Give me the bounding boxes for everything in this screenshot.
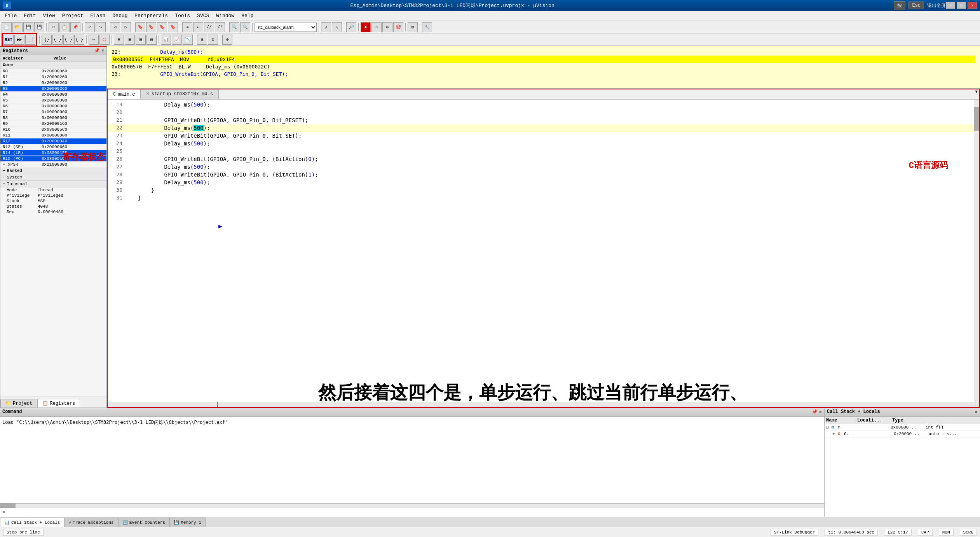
scope-btn[interactable]: 📈 [172, 35, 182, 45]
reg-r11[interactable]: R11 0x00000000 [0, 133, 106, 138]
stop-circle-button[interactable]: ○ [371, 22, 382, 32]
code-content[interactable]: ▶ 19 Delay_ms(500); 20 21 GPIO_WriteBit(… [108, 100, 979, 407]
tab-main-c[interactable]: C main.c [108, 89, 141, 99]
reg-r1[interactable]: R1 0x20000260 [0, 74, 106, 80]
reg-r3[interactable]: R3 0x20000260 [0, 86, 106, 92]
restore-button[interactable]: □ [957, 2, 966, 9]
open-button[interactable]: 📂 [12, 22, 23, 32]
menu-tools[interactable]: Tools [172, 12, 193, 19]
esc-button[interactable]: Esc [909, 2, 924, 9]
run-button[interactable]: ● [361, 22, 371, 32]
code-hscrollbar[interactable] [108, 402, 974, 407]
find-button[interactable]: 🔍 [229, 22, 239, 32]
nav-fwd-button[interactable]: ▷ [121, 22, 131, 32]
step-out-button[interactable]: { } [63, 35, 73, 45]
command-pin-icon[interactable]: 📌 [812, 409, 818, 416]
reg-r9[interactable]: R9 0x20000160 [0, 121, 106, 127]
unindent-button[interactable]: ⇤ [193, 22, 203, 32]
reg-r2[interactable]: R2 0x20000260 [0, 80, 106, 86]
menu-edit[interactable]: Edit [21, 12, 39, 19]
tab-memory-1[interactable]: 💾 Memory 1 [169, 518, 206, 527]
reset-button[interactable]: RST [3, 35, 14, 45]
run-to-cursor-button[interactable]: { } [74, 35, 84, 45]
code-vscrollbar[interactable] [974, 100, 979, 407]
registers-pin-icon[interactable]: 📌 [94, 48, 100, 54]
copy-button[interactable]: 📋 [59, 22, 70, 32]
tab-project[interactable]: 📁 Project [0, 399, 37, 408]
cs-row-m[interactable]: □ m m 0x08000... int f() [825, 424, 980, 431]
indent-button[interactable]: ⇥ [182, 22, 192, 32]
cs-expand-g[interactable]: + [832, 432, 838, 436]
tools-button[interactable]: 🔧 [422, 22, 432, 32]
view-btn-2[interactable]: ⊞ [125, 35, 135, 45]
tab-registers[interactable]: 📋 Registers [37, 399, 80, 408]
reg-r13[interactable]: R13 (SP) 0x20000660 [0, 144, 106, 150]
mem-view-btn[interactable]: 📊 [161, 35, 171, 45]
run-full-button[interactable]: ▶▶ [14, 35, 24, 45]
tab-event-counters[interactable]: 🔢 Event Counters [118, 518, 169, 527]
menu-debug[interactable]: Debug [109, 12, 131, 19]
window-btn-1[interactable]: ⊞ [408, 22, 418, 32]
breakpoint-button[interactable]: ⬡ [99, 35, 110, 45]
callstack-close-icon[interactable]: ✕ [975, 409, 978, 416]
stop-debug-button[interactable]: ⬜ [25, 35, 35, 45]
code-vscrollbar-thumb[interactable] [974, 107, 980, 131]
reg-r12[interactable]: R12 0x20000040 [0, 138, 106, 144]
scope-btn-2[interactable]: 📉 [183, 35, 193, 45]
reg-r10[interactable]: R10 0x080005C0 [0, 127, 106, 133]
function-dropdown[interactable]: rtc_callback_alarm [255, 23, 317, 32]
debug-circle-button[interactable]: ⊙ [382, 22, 392, 32]
menu-window[interactable]: Window [213, 12, 237, 19]
find-prev-button[interactable]: 🔍 [240, 22, 250, 32]
reg-r6[interactable]: R6 0x00000000 [0, 103, 106, 109]
menu-flash[interactable]: Flash [87, 12, 108, 19]
command-hscrollbar[interactable] [0, 503, 824, 508]
internal-section-header[interactable]: − Internal [0, 181, 106, 187]
bookmark-prev-button[interactable]: 🔖 [146, 22, 156, 32]
code-area-more[interactable]: ▼ [973, 89, 979, 99]
reg-r4[interactable]: R4 0x00000000 [0, 92, 106, 98]
next-loc-button[interactable]: ↘ [332, 22, 342, 32]
cs-row-g[interactable]: + G G. 0x20000... auto - s... [825, 431, 980, 437]
redo-button[interactable]: ↪ [96, 22, 106, 32]
step-over-button[interactable]: { } [52, 35, 63, 45]
bookmark-next-button[interactable]: 🔖 [157, 22, 167, 32]
save-all-button[interactable]: 💾 [34, 22, 44, 32]
registers-close-icon[interactable]: ✕ [101, 48, 104, 54]
view-btn-3[interactable]: ⊟ [136, 35, 146, 45]
close-button[interactable]: ✕ [968, 2, 977, 9]
settings-btn[interactable]: ⚙ [222, 35, 232, 45]
menu-file[interactable]: File [2, 12, 20, 19]
reg-r5[interactable]: R5 0x20000000 [0, 98, 106, 103]
save-button[interactable]: 💾 [23, 22, 33, 32]
menu-view[interactable]: View [40, 12, 58, 19]
extra-btn-1[interactable]: ⊞ [197, 35, 207, 45]
reg-r7[interactable]: R7 0x00000000 [0, 109, 106, 115]
menu-svcs[interactable]: SVCS [194, 12, 212, 19]
reg-r0[interactable]: R0 0x20000060 [0, 68, 106, 74]
tab-trace-exceptions[interactable]: ⚡ Trace Exceptions [64, 518, 118, 527]
cut-button[interactable]: ✂ [49, 22, 59, 32]
extra-btn-2[interactable]: ⊡ [208, 35, 218, 45]
banked-section[interactable]: + Banked [0, 168, 106, 174]
command-input[interactable] [7, 509, 823, 516]
exit-fullscreen[interactable]: 退出全屏 [927, 2, 946, 9]
menu-help[interactable]: Help [238, 12, 256, 19]
command-close-icon[interactable]: ✕ [819, 409, 822, 416]
paste-button[interactable]: 📌 [70, 22, 80, 32]
toggle-comment-button[interactable]: // [204, 22, 214, 32]
prev-loc-button[interactable]: ↗ [321, 22, 331, 32]
menu-peripherals[interactable]: Peripherals [131, 12, 171, 19]
view-btn-1[interactable]: ≡ [114, 35, 124, 45]
inspect-button[interactable]: 🔎 [346, 22, 356, 32]
tab-startup[interactable]: S startup_stm32f10x_md.s [141, 89, 219, 99]
system-section[interactable]: + System [0, 174, 106, 181]
reg-r8[interactable]: R8 0x00000000 [0, 115, 106, 121]
step-into-button[interactable]: {} [42, 35, 52, 45]
new-file-button[interactable]: 📄 [2, 22, 12, 32]
undo-button[interactable]: ↩ [85, 22, 95, 32]
cs-expand-m[interactable]: □ [826, 425, 832, 430]
nav-back-button[interactable]: ◁ [110, 22, 120, 32]
view-btn-4[interactable]: ▤ [146, 35, 157, 45]
debug-target-button[interactable]: 🎯 [393, 22, 403, 32]
